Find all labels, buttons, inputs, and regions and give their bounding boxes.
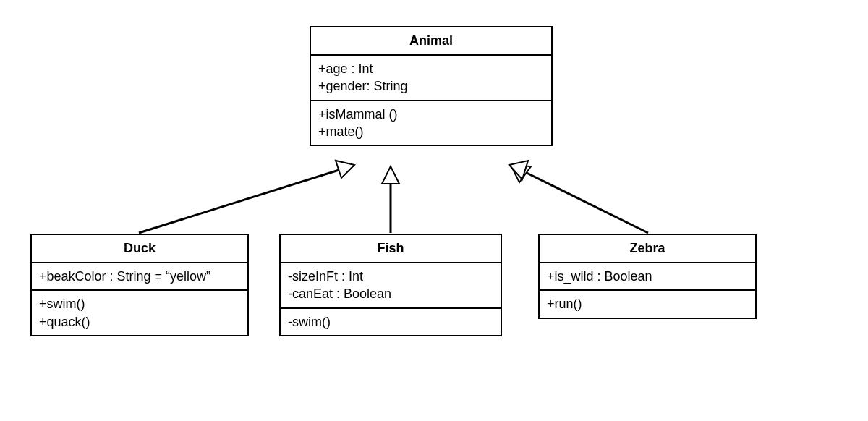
class-methods: +isMammal () +mate() [311,101,551,145]
method: +isMammal () [318,106,544,123]
method: +swim() [39,295,240,312]
attribute: -sizeInFt : Int [288,268,493,285]
class-methods: +swim() +quack() [32,291,247,335]
class-zebra: Zebra +is_wild : Boolean +run() [538,234,757,319]
svg-marker-6 [509,161,528,179]
class-attributes: +beakColor : String = “yellow” [32,263,247,291]
svg-line-0 [139,168,346,233]
method: -swim() [288,313,493,331]
class-methods: +run() [540,291,755,317]
attribute: +gender: String [318,77,544,95]
svg-line-4 [519,169,648,233]
svg-marker-3 [382,166,399,184]
class-title: Fish [281,235,501,263]
attribute: +beakColor : String = “yellow” [39,268,240,285]
class-methods: -swim() [281,309,501,335]
inheritance-duck-to-animal [139,161,354,233]
method: +mate() [318,123,544,140]
uml-diagram: { "diagram": { "type": "uml-class-diagra… [0,0,868,421]
class-title: Duck [32,235,247,263]
inheritance-fish-to-animal [382,166,399,233]
attribute: +is_wild : Boolean [547,268,748,285]
class-attributes: +is_wild : Boolean [540,263,755,291]
class-duck: Duck +beakColor : String = “yellow” +swi… [30,234,249,336]
class-attributes: -sizeInFt : Int -canEat : Boolean [281,263,501,309]
method: +quack() [39,313,240,331]
attribute: +age : Int [318,60,544,77]
method: +run() [547,295,748,312]
svg-marker-5 [511,165,531,182]
class-attributes: +age : Int +gender: String [311,56,551,101]
class-fish: Fish -sizeInFt : Int -canEat : Boolean -… [279,234,502,336]
class-title: Zebra [540,235,755,263]
inheritance-zebra-to-animal [509,161,648,233]
attribute: -canEat : Boolean [288,285,493,302]
svg-marker-1 [336,161,354,178]
class-animal: Animal +age : Int +gender: String +isMam… [310,26,553,146]
class-title: Animal [311,27,551,56]
